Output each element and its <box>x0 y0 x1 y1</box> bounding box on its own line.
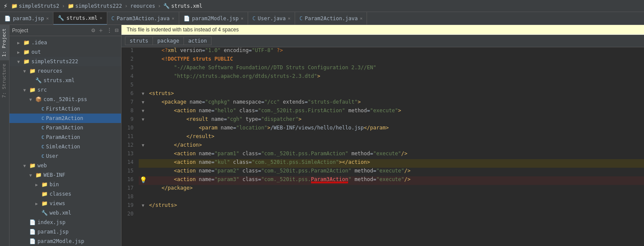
table-row: 8 ▼ <action name="hello" class="com._520… <box>121 108 644 116</box>
breadcrumb-action[interactable]: action <box>184 37 212 45</box>
title-bar: ⚡ 📁 simpleStruts2 › 📁 simpleStruts222 › … <box>0 0 644 12</box>
breadcrumb-package[interactable]: package <box>152 37 184 45</box>
fold-icon[interactable]: ▼ <box>142 91 144 96</box>
table-row: 9 ▼ <result name="cgh" type="dispatcher"… <box>121 116 644 125</box>
plus-icon[interactable]: ＋ <box>98 27 104 34</box>
tree-src[interactable]: ▼ 📁 src <box>9 85 121 95</box>
table-row: 6 ▼ <struts> <box>121 90 644 99</box>
line-gutter <box>139 73 147 82</box>
fold-icon-7[interactable]: ▼ <box>142 100 144 105</box>
tree-param2action[interactable]: C Param2Action <box>9 114 121 123</box>
vtab-structure[interactable]: 7: Structure <box>0 60 9 101</box>
tree-param3action[interactable]: C Param3Action <box>9 123 121 132</box>
code-container[interactable]: 1 <?xml version="1.0" encoding="UTF-8" ?… <box>121 47 644 246</box>
java-icon-user: C <box>41 154 44 159</box>
label-param1jsp: param1.jsp <box>37 229 68 235</box>
fold-icon-8[interactable]: ▼ <box>142 108 144 113</box>
arrow-src: ▼ <box>23 88 29 92</box>
jsp-icon-param2modlejsp: 📄 <box>29 238 36 244</box>
line-code: <action name="kul" class="com._520it.pss… <box>147 159 644 168</box>
line-number: 6 <box>121 90 139 99</box>
line-gutter <box>139 168 147 176</box>
label-firstaction: FirstAction <box>46 106 80 112</box>
gear-icon[interactable]: ⚙ <box>91 27 95 34</box>
vertical-tabs: 1: Project 7: Structure <box>0 25 9 246</box>
line-number: 14 <box>121 159 139 168</box>
tree-bin[interactable]: ▶ 📁 bin <box>9 180 121 189</box>
tree-strutsxml[interactable]: 🔧 struts.xml <box>9 76 121 85</box>
tree-simleaction[interactable]: C SimleAction <box>9 142 121 151</box>
line-code <box>147 194 644 202</box>
title-module: 📁 simpleStruts222 <box>68 3 122 9</box>
tab-user[interactable]: C User.java ✕ <box>248 12 295 25</box>
table-row: 1 <?xml version="1.0" encoding="UTF-8" ?… <box>121 47 644 56</box>
tree-views[interactable]: ▶ 📁 views <box>9 199 121 208</box>
tree-param2modlejsp[interactable]: 📄 param2Modle.jsp <box>9 237 121 246</box>
table-row: 19 ▼ </struts> <box>121 202 644 211</box>
fold-icon-12[interactable]: ▼ <box>142 143 144 148</box>
panel-icons: ⚙ ＋ ⋮ ⊟ <box>91 27 118 34</box>
table-row-error: 16 💡 <action name="param3" class="com._5… <box>121 176 644 185</box>
line-gutter <box>139 47 147 56</box>
line-code: <action name="param1" class="com._520it.… <box>147 151 644 159</box>
close-tab-param2action[interactable]: ✕ <box>360 16 362 21</box>
label-user: User <box>46 153 59 159</box>
table-row: 12 ▼ </action> <box>121 142 644 151</box>
tree-web[interactable]: ▼ 📁 web <box>9 161 121 170</box>
line-code: <action name="hello" class="com._520it.p… <box>147 108 644 116</box>
line-gutter <box>139 185 147 194</box>
close-tab-strutsxml[interactable]: ✕ <box>100 15 103 20</box>
panel-title: Project <box>12 28 28 34</box>
project-tree: ▶ 📁 .idea ▶ 📁 out ▼ 📁 simpleStruts222 <box>9 36 121 246</box>
xml-icon: 🔧 <box>163 3 170 9</box>
close-tab-param2modle[interactable]: ✕ <box>241 16 243 21</box>
line-number: 11 <box>121 133 139 142</box>
folder-icon-web: 📁 <box>29 163 36 169</box>
table-row: 17 </package> <box>121 185 644 194</box>
tree-webxml[interactable]: 🔧 web.xml <box>9 208 121 218</box>
line-number: 8 <box>121 108 139 116</box>
tree-simplestruts222[interactable]: ▼ 📁 simpleStruts222 <box>9 57 121 66</box>
line-code: </package> <box>147 185 644 194</box>
line-number: 16 <box>121 176 139 185</box>
tree-out[interactable]: ▶ 📁 out <box>9 47 121 57</box>
tab-param2action[interactable]: C Param2Action.java ✕ <box>295 12 367 25</box>
breadcrumb-struts[interactable]: struts <box>125 37 153 45</box>
table-row: 11 </result> <box>121 133 644 142</box>
table-row: 20 <box>121 211 644 219</box>
breadcrumb-tabs: struts package action <box>121 35 644 47</box>
tree-indexjsp[interactable]: 📄 index.jsp <box>9 218 121 227</box>
close-tab-param3jsp[interactable]: ✕ <box>46 16 49 21</box>
tree-com520it[interactable]: ▼ 📦 com._520it.pss <box>9 95 121 104</box>
tab-param3jsp[interactable]: 📄 param3.jsp ✕ <box>0 12 53 25</box>
close-tab-param3action[interactable]: ✕ <box>172 16 174 21</box>
line-code: <action name="param2" class="com._520it.… <box>147 168 644 176</box>
collapse-icon[interactable]: ⊟ <box>115 27 118 34</box>
close-tab-user[interactable]: ✕ <box>288 16 290 21</box>
tree-param1jsp[interactable]: 📄 param1.jsp <box>9 227 121 237</box>
line-gutter <box>139 65 147 73</box>
tab-param3action[interactable]: C Param3Action.java ✕ <box>107 12 179 25</box>
tree-reources[interactable]: ▼ 📁 reources <box>9 66 121 76</box>
java-icon-param2action: C <box>41 116 44 121</box>
vtab-project[interactable]: 1: Project <box>0 25 9 60</box>
fold-icon-9[interactable]: ▼ <box>142 117 144 122</box>
java-icon-tab6: C <box>299 15 302 22</box>
tree-firstaction[interactable]: C FirstAction <box>9 104 121 114</box>
table-row: 18 <box>121 194 644 202</box>
tab-param2modle[interactable]: 📄 param2Modle.jsp ✕ <box>179 12 248 25</box>
arrow-out: ▶ <box>17 50 23 55</box>
tree-user[interactable]: C User <box>9 151 121 161</box>
java-icon-firstaction: C <box>41 106 44 112</box>
tree-webinf[interactable]: ▼ 📁 WEB-INF <box>9 170 121 180</box>
settings-icon[interactable]: ⋮ <box>106 27 112 34</box>
label-idea: .idea <box>31 40 47 46</box>
label-param2modlejsp: param2Modle.jsp <box>37 238 84 244</box>
tree-classes[interactable]: 📁 classes <box>9 189 121 199</box>
line-code: <param name="location">/WEB-INF/views/he… <box>147 125 644 133</box>
fold-icon-19[interactable]: ▼ <box>142 203 144 208</box>
tree-paramaction[interactable]: C ParamAction <box>9 132 121 142</box>
main-layout: 1: Project 7: Structure Project ⚙ ＋ ⋮ ⊟ … <box>0 25 644 246</box>
tab-strutsxml[interactable]: 🔧 struts.xml ✕ <box>53 12 107 25</box>
tree-idea[interactable]: ▶ 📁 .idea <box>9 38 121 47</box>
